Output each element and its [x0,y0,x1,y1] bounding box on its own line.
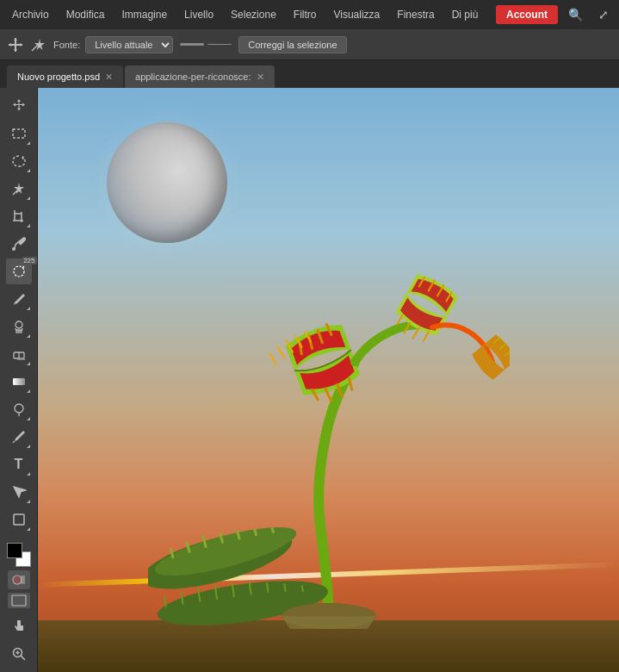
canvas-area[interactable] [38,88,619,672]
svg-rect-71 [275,345,285,359]
tab-nuovo-progetto[interactable]: Nuovo progetto.psd ✕ [7,65,123,88]
tool-zoom[interactable] [6,641,32,667]
fg-bg-colors[interactable] [7,543,31,567]
svg-rect-25 [12,595,26,606]
tool-eraser[interactable] [6,341,32,367]
left-toolbox: 225 [0,88,38,672]
foreground-color-swatch[interactable] [7,543,22,558]
wand-icon [29,36,46,53]
tool-hand[interactable] [6,613,32,639]
tool-move[interactable] [6,93,32,119]
svg-point-23 [13,576,22,584]
menu-livello[interactable]: Livello [177,5,220,24]
tool-gradient[interactable] [6,369,32,395]
svg-marker-3 [34,39,45,50]
tool-eyedropper[interactable] [6,231,32,257]
svg-point-19 [15,404,23,413]
tool-marquee-rect[interactable] [6,121,32,146]
tool-type[interactable]: T [6,451,32,477]
tool-pen[interactable] [6,424,32,450]
svg-point-69 [282,603,376,629]
search-icon[interactable]: 🔍 [561,4,590,25]
fix-selection-button[interactable]: Correggi la selezione [238,36,346,53]
tab-label: applicazione-per-riconosce: [135,72,251,82]
svg-rect-4 [13,129,25,138]
menu-dipiu[interactable]: Di più [445,5,486,24]
svg-rect-1 [9,44,22,46]
tool-shape[interactable] [6,507,32,532]
stroke-thick-preview [180,43,204,46]
tab-close-icon[interactable]: ✕ [105,72,113,82]
svg-point-11 [12,247,15,251]
move-arrows-icon [7,36,24,53]
svg-rect-21 [14,514,24,525]
fullscreen-icon[interactable]: ⤢ [593,4,614,25]
svg-rect-70 [269,352,277,365]
tool-lasso[interactable] [6,148,32,174]
toolbar: Fonte: Livello attuale Correggi la selez… [0,29,619,60]
menu-visualizza[interactable]: Visualizza [326,5,387,24]
svg-line-27 [21,656,25,660]
venus-flytraps [148,146,510,629]
tool-path-selection[interactable] [6,479,32,505]
tab-close-icon[interactable]: ✕ [257,72,264,82]
font-source-select[interactable]: Livello attuale [85,36,173,53]
svg-rect-17 [17,358,25,360]
menu-bar: Archivio Modifica Immagine Livello Selez… [0,0,619,29]
color-swatches [7,543,31,612]
menu-selezione[interactable]: Selezione [224,5,283,24]
svg-point-13 [15,321,22,328]
tab-applicazione[interactable]: applicazione-per-riconosce: ✕ [125,65,275,88]
menu-filtro[interactable]: Filtro [287,5,324,24]
canvas-scene [38,88,619,672]
menu-modifica[interactable]: Modifica [59,5,112,24]
tool-magic-wand[interactable] [6,176,32,202]
main-layout: 225 [0,88,619,672]
tool-selection-brush[interactable]: 225 [6,258,32,284]
tool-dodge[interactable] [6,396,32,422]
account-button[interactable]: Account [496,5,558,24]
svg-rect-59 [163,595,166,607]
menu-finestra[interactable]: Finestra [390,5,441,24]
svg-rect-24 [21,576,25,584]
tab-label: Nuovo progetto.psd [17,72,100,82]
tool-brush[interactable] [6,286,32,312]
tabs-bar: Nuovo progetto.psd ✕ applicazione-per-ri… [0,60,619,88]
tool-crop[interactable] [6,203,32,229]
screen-mode-button[interactable] [8,593,30,608]
menu-archivio[interactable]: Archivio [5,5,56,24]
menu-immagine[interactable]: Immagine [115,5,174,24]
svg-rect-18 [13,378,25,385]
brush-size-badge: 225 [22,257,36,264]
quick-mask-button[interactable] [8,570,30,589]
tool-stamp[interactable] [6,314,32,339]
stroke-thin-preview [207,44,232,45]
font-label: Fonte: [53,40,80,50]
